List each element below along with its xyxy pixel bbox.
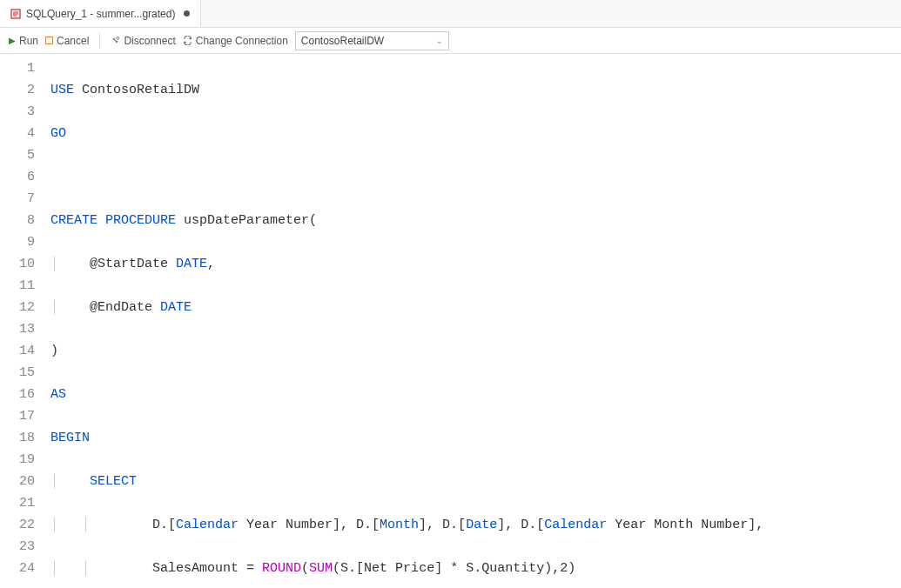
- code-area[interactable]: USE ContosoRetailDW GO CREATE PROCEDURE …: [50, 54, 901, 588]
- cancel-button[interactable]: Cancel: [45, 35, 89, 47]
- line-number: 17: [0, 405, 35, 427]
- line-number: 2: [0, 79, 35, 101]
- line-number: 19: [0, 449, 35, 471]
- toolbar: ▶ Run Cancel Disconnect Change Connectio…: [0, 28, 901, 54]
- disconnect-label: Disconnect: [124, 35, 175, 47]
- tab-bar: SQLQuery_1 - summer...grated): [0, 0, 901, 28]
- file-tab[interactable]: SQLQuery_1 - summer...grated): [0, 0, 201, 27]
- line-number: 12: [0, 297, 35, 318]
- line-number: 14: [0, 340, 35, 362]
- line-number: 11: [0, 275, 35, 297]
- line-number: 8: [0, 210, 35, 231]
- sql-file-icon: [10, 9, 21, 19]
- line-number: 6: [0, 166, 35, 188]
- connection-value: ContosoRetailDW: [301, 35, 384, 47]
- line-number: 4: [0, 123, 35, 144]
- line-number: 24: [0, 558, 35, 579]
- line-number: 7: [0, 188, 35, 210]
- line-number: 22: [0, 514, 35, 536]
- tab-label: SQLQuery_1 - summer...grated): [26, 8, 175, 20]
- line-number: 13: [0, 318, 35, 340]
- line-number: 3: [0, 101, 35, 123]
- line-number: 18: [0, 427, 35, 449]
- line-number: 16: [0, 384, 35, 405]
- connection-dropdown[interactable]: ContosoRetailDW ⌄: [295, 31, 449, 50]
- change-connection-button[interactable]: Change Connection: [183, 35, 288, 47]
- line-number: 9: [0, 231, 35, 253]
- play-icon: ▶: [9, 36, 16, 45]
- run-label: Run: [19, 35, 38, 47]
- line-number: 10: [0, 253, 35, 275]
- line-number: 15: [0, 362, 35, 384]
- code-editor[interactable]: 1 2 3 4 5 6 7 8 9 10 11 12 13 14 15 16 1…: [0, 54, 901, 588]
- toolbar-separator: [99, 33, 100, 49]
- line-number: 23: [0, 536, 35, 558]
- line-number: 5: [0, 144, 35, 166]
- change-connection-icon: [183, 36, 192, 45]
- line-number: 20: [0, 471, 35, 492]
- unsaved-dot-icon: [184, 10, 190, 17]
- line-number-gutter: 1 2 3 4 5 6 7 8 9 10 11 12 13 14 15 16 1…: [0, 54, 50, 588]
- run-button[interactable]: ▶ Run: [9, 35, 38, 47]
- line-number: 21: [0, 492, 35, 514]
- cancel-label: Cancel: [57, 35, 89, 47]
- change-connection-label: Change Connection: [196, 35, 288, 47]
- chevron-down-icon: ⌄: [436, 37, 443, 45]
- svg-point-4: [117, 37, 119, 39]
- stop-icon: [45, 37, 53, 44]
- disconnect-button[interactable]: Disconnect: [111, 35, 175, 47]
- disconnect-icon: [111, 36, 120, 45]
- line-number: 1: [0, 57, 35, 79]
